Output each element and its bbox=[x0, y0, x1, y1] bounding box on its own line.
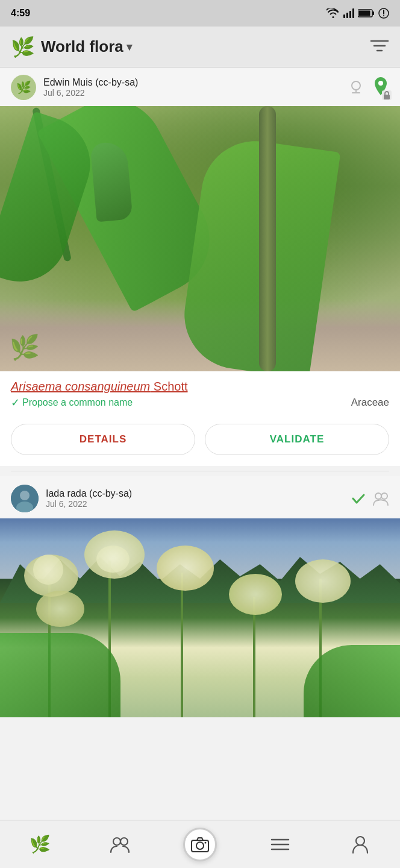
svg-rect-5 bbox=[372, 11, 374, 15]
post-date-2: Jul 6, 2022 bbox=[46, 499, 132, 509]
svg-rect-2 bbox=[349, 11, 351, 18]
svg-rect-3 bbox=[352, 8, 354, 18]
action-buttons: DETAILS VALIDATE bbox=[0, 421, 400, 466]
svg-point-23 bbox=[381, 493, 387, 499]
status-icons bbox=[327, 8, 389, 19]
family-name: Araceae bbox=[351, 397, 389, 409]
svg-point-24 bbox=[113, 838, 120, 845]
card2-meta-right bbox=[351, 491, 389, 506]
card2-meta: Iada rada (cc-by-sa) Jul 6, 2022 bbox=[0, 476, 400, 518]
nav-list[interactable] bbox=[240, 820, 320, 868]
svg-rect-1 bbox=[346, 13, 348, 18]
card2-author-info: Iada rada (cc-by-sa) Jul 6, 2022 bbox=[46, 488, 132, 509]
app-title[interactable]: World flora ▾ bbox=[41, 37, 132, 56]
filter-button[interactable] bbox=[370, 37, 389, 57]
notification-icon bbox=[378, 8, 389, 19]
svg-point-13 bbox=[352, 81, 360, 90]
svg-point-27 bbox=[196, 842, 204, 849]
svg-point-9 bbox=[383, 15, 384, 16]
person-icon bbox=[352, 835, 369, 854]
avatar: 🌿 bbox=[11, 75, 36, 100]
status-time: 4:59 bbox=[11, 8, 30, 19]
author-name: Edwin Muis (cc-by-sa) bbox=[43, 77, 138, 88]
svg-rect-6 bbox=[359, 11, 370, 16]
app-logo: 🌿 bbox=[11, 36, 35, 58]
nav-profile[interactable] bbox=[320, 820, 400, 868]
filter-icon bbox=[370, 37, 389, 54]
propose-name-button[interactable]: ✓ Propose a common name bbox=[11, 396, 133, 409]
nav-community[interactable] bbox=[80, 820, 160, 868]
species-scientific-name[interactable]: Arisaema consanguineum Schott bbox=[11, 380, 389, 394]
svg-point-32 bbox=[356, 837, 364, 845]
author-name-2: Iada rada (cc-by-sa) bbox=[46, 488, 132, 499]
leaf-icon: 🌿 bbox=[30, 834, 51, 854]
lock-icon bbox=[382, 90, 392, 100]
nav-flora[interactable]: 🌿 bbox=[0, 820, 80, 868]
title-text: World flora bbox=[41, 37, 123, 56]
species-italic: Arisaema consanguineum bbox=[11, 380, 150, 393]
nav-camera[interactable] bbox=[160, 820, 240, 868]
avatar-2 bbox=[11, 485, 39, 512]
species-author: Schott bbox=[150, 380, 187, 393]
card1-meta: 🌿 Edwin Muis (cc-by-sa) Jul 6, 2022 bbox=[0, 68, 400, 106]
details-button[interactable]: DETAILS bbox=[11, 424, 195, 455]
divider bbox=[11, 471, 389, 471]
chevron-down-icon: ▾ bbox=[127, 40, 132, 54]
card1-author-info: Edwin Muis (cc-by-sa) Jul 6, 2022 bbox=[43, 77, 138, 98]
bottom-nav: 🌿 bbox=[0, 820, 400, 868]
card1-meta-right bbox=[348, 76, 389, 99]
svg-point-28 bbox=[204, 841, 206, 843]
validate-icon bbox=[348, 80, 364, 95]
card1-meta-left: 🌿 Edwin Muis (cc-by-sa) Jul 6, 2022 bbox=[11, 75, 138, 100]
camera-button[interactable] bbox=[183, 828, 217, 861]
post-date: Jul 6, 2022 bbox=[43, 88, 138, 98]
signal-icon bbox=[343, 8, 354, 18]
validated-icon bbox=[351, 491, 366, 506]
validate-button[interactable]: VALIDATE bbox=[205, 424, 389, 455]
header-left[interactable]: 🌿 World flora ▾ bbox=[11, 36, 132, 58]
list-icon bbox=[270, 836, 290, 853]
propose-label: Propose a common name bbox=[22, 397, 133, 408]
checkmark-icon: ✓ bbox=[11, 396, 20, 409]
avatar-photo bbox=[11, 485, 39, 512]
camera-icon bbox=[191, 837, 209, 852]
svg-point-25 bbox=[120, 838, 128, 845]
battery-icon bbox=[358, 8, 375, 18]
location-lock-group bbox=[372, 76, 389, 99]
species-info: Arisaema consanguineum Schott ✓ Propose … bbox=[0, 371, 400, 421]
svg-point-22 bbox=[375, 493, 381, 499]
svg-rect-18 bbox=[384, 95, 390, 99]
svg-point-17 bbox=[378, 81, 383, 86]
community-icon bbox=[372, 491, 389, 506]
card2-meta-left: Iada rada (cc-by-sa) Jul 6, 2022 bbox=[11, 485, 132, 512]
species-row: ✓ Propose a common name Araceae bbox=[11, 396, 389, 409]
svg-rect-0 bbox=[343, 14, 345, 18]
people-icon bbox=[110, 835, 130, 854]
plant-image-2[interactable] bbox=[0, 518, 400, 717]
header: 🌿 World flora ▾ bbox=[0, 27, 400, 68]
app-watermark: 🌿 bbox=[10, 333, 40, 362]
svg-point-20 bbox=[20, 491, 30, 500]
wifi-icon bbox=[327, 8, 340, 18]
plant-image-1[interactable]: 🌿 bbox=[0, 106, 400, 371]
status-bar: 4:59 bbox=[0, 0, 400, 27]
